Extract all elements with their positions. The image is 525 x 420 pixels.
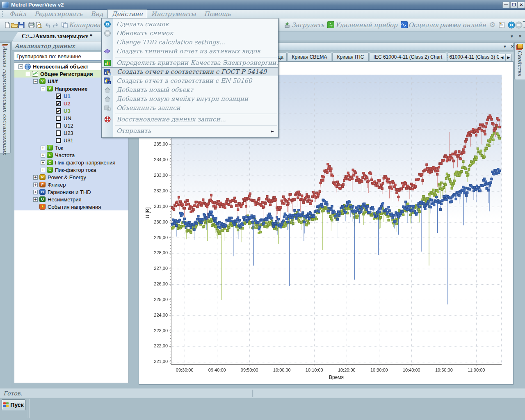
tree-item-label: Пик-фактор напряжения <box>55 160 115 166</box>
minimize-button[interactable]: — <box>502 2 510 8</box>
checkbox-unchecked[interactable] <box>56 116 61 121</box>
expand-icon[interactable]: + <box>41 168 45 172</box>
remote-device-label[interactable]: Удаленный прибор <box>335 21 397 29</box>
action-menu-item-label: Объединить записи <box>116 104 180 112</box>
action-menu-item[interactable]: Восстановление данных записи... <box>102 115 278 124</box>
oscillogram-icon[interactable] <box>401 20 408 30</box>
print-button[interactable] <box>28 20 35 30</box>
expand-icon[interactable]: + <box>33 190 38 194</box>
tree-item-label: UN <box>64 115 71 121</box>
properties-vertical-tab[interactable]: Свойства <box>514 42 525 80</box>
tree-item[interactable]: +HГармоники и THD <box>14 188 128 196</box>
tree-item[interactable]: События напряжения <box>14 203 128 210</box>
menu-item[interactable]: Редактировать <box>30 10 87 18</box>
menu-grip[interactable] <box>2 11 3 17</box>
collapse-icon[interactable]: − <box>41 87 45 91</box>
snapshot-camera-icon[interactable] <box>508 20 515 30</box>
tree-item[interactable]: +FФликер <box>14 181 128 188</box>
action-menu-item[interactable]: Создать типичный отчет из активных видов <box>102 47 278 56</box>
document-tab[interactable]: C:\...\Акмаль замеры.pwv * <box>12 32 107 41</box>
tree-item-label: U2 <box>64 100 71 107</box>
tab-scroll-left-icon[interactable]: ◀ <box>499 54 505 61</box>
action-menu-item[interactable]: Отправить► <box>102 126 278 135</box>
action-menu-item[interactable]: EСоздать отчет в соответствии с EN 50160 <box>102 76 278 85</box>
camera-gray-icon <box>104 30 111 37</box>
remote-device-icon[interactable] <box>327 20 334 30</box>
tree-item[interactable]: +FЧастота <box>14 151 128 159</box>
doc-tab-dropdown-icon[interactable]: ▾ <box>509 33 515 39</box>
chart-tab[interactable]: Кривая CBEMA <box>288 52 331 61</box>
tree-item[interactable]: +IТок <box>14 144 128 151</box>
close-button[interactable]: ✕ <box>518 2 525 8</box>
refresh-snapshot-camera-icon[interactable] <box>515 20 523 30</box>
menu-item[interactable]: Вид <box>87 10 107 18</box>
action-menu-item[interactable]: Обновить снимок <box>102 29 278 38</box>
tree-item[interactable]: +CПик-фактор напряжения <box>14 159 128 166</box>
action-menu-item-label: Сделать снимок <box>116 21 169 28</box>
oscillogram-label[interactable]: Осциллограмма онлайн <box>409 21 486 29</box>
notes-icon[interactable] <box>499 20 504 30</box>
download-icon[interactable] <box>283 20 291 30</box>
properties-tab-icon <box>517 44 523 49</box>
title-bar: Metrel PowerView v2 <box>0 0 525 10</box>
new-file-button[interactable] <box>4 20 11 30</box>
badge-u-icon: U <box>39 196 46 202</box>
checkbox-unchecked[interactable] <box>56 123 61 128</box>
book-icon <box>104 48 111 55</box>
tab-scroll-right-icon[interactable]: ▶ <box>505 54 512 61</box>
open-file-button[interactable] <box>11 20 18 30</box>
tree-item-label: События напряжения <box>48 204 101 210</box>
chart-tab[interactable]: IEC 61000-4-11 (Class 2) Chart <box>370 52 446 61</box>
collapse-icon[interactable]: − <box>33 79 38 84</box>
menu-item[interactable]: Файл <box>5 10 30 18</box>
tree-item-label: Напряжение <box>55 86 87 92</box>
submenu-arrow-icon: ► <box>271 129 274 133</box>
expand-icon[interactable]: + <box>33 183 38 187</box>
action-menu-item[interactable]: Определить критерии Качества Электроэнер… <box>102 58 278 67</box>
pane-close-icon[interactable]: ✕ <box>509 43 516 50</box>
expand-icon[interactable]: + <box>41 146 45 150</box>
restore-button[interactable]: ❐ <box>510 2 518 8</box>
checkbox-checked[interactable]: ✔ <box>56 94 61 99</box>
menu-item[interactable]: Помощь <box>200 10 235 18</box>
start-button[interactable]: Пуск <box>2 399 25 410</box>
chart-tab[interactable]: Кривая ITIC <box>332 52 369 61</box>
checkbox-checked[interactable]: ✔ <box>56 108 61 114</box>
checkbox-unchecked[interactable] <box>56 138 61 143</box>
expand-icon[interactable]: + <box>41 160 45 165</box>
tree-item[interactable]: +CПик-фактор тока <box>14 166 128 173</box>
doc-tab-close-icon[interactable]: ✕ <box>517 33 523 39</box>
expand-icon[interactable]: + <box>33 197 38 202</box>
toolbar-overflow-chevron[interactable]: ▔⌄ <box>523 22 525 28</box>
action-menu-item-label: Добавить новый объект <box>116 86 193 94</box>
menu-action-active[interactable]: Действие <box>107 9 147 18</box>
download-button-label[interactable]: Загрузить <box>292 21 324 29</box>
status-divider <box>252 390 253 397</box>
house-icon <box>104 96 111 102</box>
copy-button[interactable] <box>62 20 68 30</box>
action-menu-item[interactable]: Добавить новый объект <box>102 85 278 94</box>
settings-gear-icon[interactable]: ⚙ <box>489 20 495 30</box>
action-menu-item[interactable]: Change TDD calculation settings... <box>102 38 278 47</box>
tree-item[interactable]: +UНесимметрия <box>14 196 128 203</box>
expand-icon[interactable]: + <box>33 175 38 180</box>
checkbox-checked[interactable]: ✔ <box>56 101 61 106</box>
save-button[interactable] <box>18 20 25 30</box>
chart-tab[interactable]: IEC 61000-4-11 (Class 3) Chart <box>447 52 499 61</box>
action-menu-item[interactable]: Сделать снимок <box>102 20 278 29</box>
menu-item[interactable]: Инструменты <box>147 10 200 18</box>
expand-icon[interactable]: + <box>41 153 45 158</box>
checkbox-unchecked[interactable] <box>56 130 61 136</box>
pane-dropdown-icon[interactable]: ▾ <box>502 43 508 50</box>
print-preview-button[interactable] <box>35 20 42 30</box>
collapse-icon[interactable]: − <box>18 64 23 69</box>
harmonics-vertical-tab[interactable]: Анализ гармонических составляющих <box>0 42 11 154</box>
action-menu-item[interactable]: Объединить записи <box>102 103 278 112</box>
undo-button[interactable] <box>45 20 52 30</box>
menu-separator <box>115 125 277 126</box>
redo-button[interactable] <box>52 20 58 30</box>
action-menu-item[interactable]: Добавить новую ячейку внутри позиции <box>102 94 278 103</box>
tree-item[interactable]: +PPower & Energy <box>14 173 128 181</box>
action-menu-item[interactable]: GСоздать отчет в соответствии с ГОСТ Р 5… <box>102 67 278 76</box>
collapse-icon[interactable]: − <box>26 72 30 76</box>
